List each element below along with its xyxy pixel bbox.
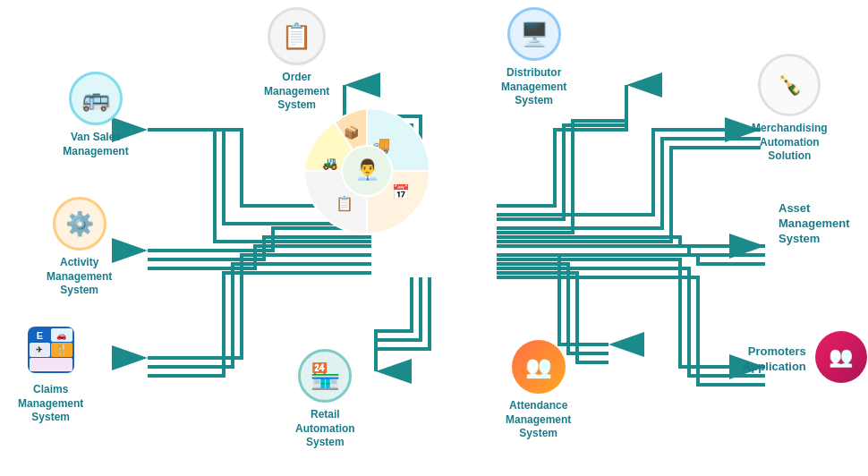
asset-node: AssetManagementSystem xyxy=(779,201,849,247)
merchandising-node: 🍾 MerchandisingAutomationSolution xyxy=(752,54,828,164)
promoters-node: PromotersApplication 👥 xyxy=(743,331,867,388)
attendance-node: 👥 AttendanceManagementSystem xyxy=(506,340,571,441)
claims-icon: E 🚗 ✈ 🍴 xyxy=(23,322,79,378)
promoters-label: PromotersApplication xyxy=(743,344,806,375)
retail-icon: 🏪 xyxy=(298,349,352,403)
claims-label: ClaimsManagementSystem xyxy=(18,383,83,425)
svg-text:📋: 📋 xyxy=(336,195,353,212)
retail-label: RetailAutomationSystem xyxy=(295,408,355,450)
activity-node: ⚙️ ActivityManagementSystem xyxy=(47,197,112,298)
distributor-node: 🖥️ DistributorManagementSystem xyxy=(501,7,566,108)
activity-icon: ⚙️ xyxy=(53,197,106,251)
distributor-label: DistributorManagementSystem xyxy=(501,66,566,108)
claims-node: E 🚗 ✈ 🍴 ClaimsManagementSystem xyxy=(18,322,83,425)
activity-label: ActivityManagementSystem xyxy=(47,256,112,298)
attendance-label: AttendanceManagementSystem xyxy=(506,399,571,441)
order-icon: 📋 xyxy=(268,7,326,65)
van-sales-label: Van Sales Management xyxy=(47,131,145,158)
diagram-container: 🚚 📅 📋 🚜 📦 👨‍💼 🚌 Van Sales Management ⚙️ … xyxy=(0,0,868,476)
merchandising-label: MerchandisingAutomationSolution xyxy=(752,122,828,164)
merchandising-icon: 🍾 xyxy=(758,54,821,116)
promoters-icon: 👥 xyxy=(815,331,867,383)
van-sales-icon: 🚌 xyxy=(69,72,123,125)
retail-node: 🏪 RetailAutomationSystem xyxy=(295,349,355,450)
asset-label: AssetManagementSystem xyxy=(779,201,849,247)
van-sales-node: 🚌 Van Sales Management xyxy=(47,72,145,158)
svg-text:📦: 📦 xyxy=(344,125,360,140)
distributor-icon: 🖥️ xyxy=(507,7,561,61)
svg-text:👨‍💼: 👨‍💼 xyxy=(355,157,380,182)
attendance-icon: 👥 xyxy=(512,340,566,394)
svg-text:📅: 📅 xyxy=(392,183,410,200)
order-node: 📋 OrderManagementSystem xyxy=(264,7,329,113)
center-hub: 🚚 📅 📋 🚜 📦 👨‍💼 xyxy=(295,99,438,242)
svg-text:🚜: 🚜 xyxy=(322,156,338,171)
